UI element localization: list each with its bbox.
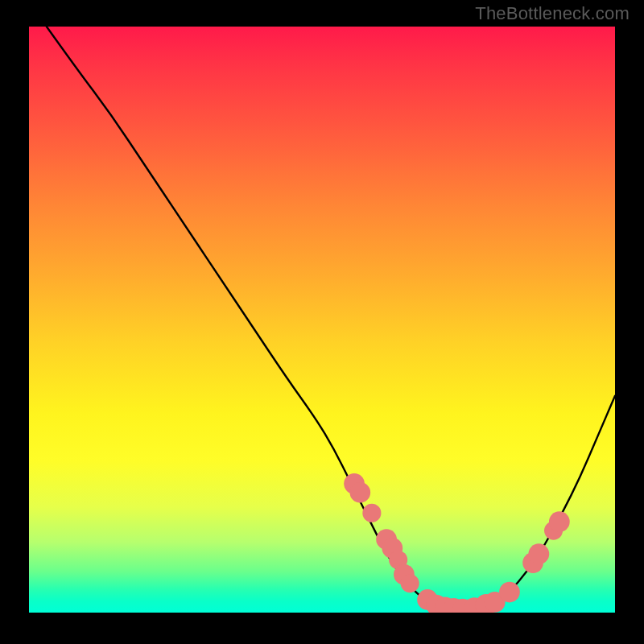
data-marker	[362, 504, 381, 522]
curve-path	[47, 27, 615, 609]
markers-group	[344, 473, 570, 613]
watermark-text: TheBottleneck.com	[475, 3, 630, 24]
plot-area	[29, 27, 615, 613]
data-marker	[349, 482, 370, 503]
data-marker	[529, 543, 550, 564]
data-marker	[401, 574, 419, 592]
data-marker	[549, 511, 570, 532]
data-marker	[499, 582, 520, 603]
chart-svg	[29, 27, 615, 613]
